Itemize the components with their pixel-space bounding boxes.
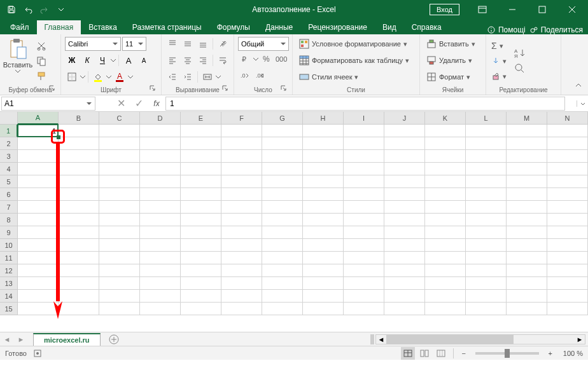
close-icon[interactable] bbox=[557, 0, 587, 19]
currency-icon[interactable]: ₽ bbox=[238, 52, 252, 66]
row-header[interactable]: 8 bbox=[0, 214, 18, 226]
cell[interactable] bbox=[303, 163, 344, 175]
cell[interactable] bbox=[425, 201, 466, 214]
cell[interactable] bbox=[99, 137, 140, 150]
row-header[interactable]: 14 bbox=[0, 290, 18, 303]
cell[interactable] bbox=[221, 226, 262, 239]
column-header[interactable]: B bbox=[59, 112, 99, 125]
row-header[interactable]: 3 bbox=[0, 150, 18, 163]
cell[interactable] bbox=[547, 252, 588, 264]
cell[interactable] bbox=[425, 150, 466, 163]
cell[interactable] bbox=[18, 290, 59, 303]
name-box[interactable]: A1 bbox=[1, 97, 95, 111]
tell-me-button[interactable]: Помощі bbox=[487, 25, 526, 34]
clipboard-dialog-launcher[interactable] bbox=[49, 85, 57, 93]
cell[interactable] bbox=[425, 214, 466, 226]
cell[interactable] bbox=[466, 201, 507, 214]
cell[interactable] bbox=[18, 277, 59, 290]
cell[interactable] bbox=[181, 201, 221, 214]
cell[interactable] bbox=[507, 175, 547, 188]
cell[interactable] bbox=[344, 303, 384, 315]
cell[interactable] bbox=[181, 264, 221, 277]
tab-help[interactable]: Справка bbox=[404, 20, 449, 34]
cell[interactable] bbox=[425, 175, 466, 188]
cell[interactable] bbox=[547, 226, 588, 239]
cell[interactable] bbox=[140, 290, 181, 303]
maximize-icon[interactable] bbox=[528, 0, 557, 19]
cell[interactable] bbox=[466, 137, 507, 150]
cell[interactable] bbox=[303, 226, 344, 239]
macro-record-icon[interactable] bbox=[33, 349, 42, 358]
cell[interactable] bbox=[99, 150, 140, 163]
format-as-table-button[interactable]: Форматировать как таблицу▾ bbox=[297, 53, 416, 67]
cell[interactable] bbox=[181, 214, 221, 226]
row-header[interactable]: 15 bbox=[0, 303, 18, 315]
bold-button[interactable]: Ж bbox=[65, 53, 79, 67]
cell[interactable] bbox=[18, 239, 59, 252]
cell[interactable] bbox=[384, 239, 425, 252]
cell[interactable] bbox=[181, 226, 221, 239]
cell[interactable] bbox=[344, 239, 384, 252]
cell[interactable] bbox=[466, 264, 507, 277]
cell[interactable] bbox=[507, 226, 547, 239]
cell[interactable] bbox=[425, 137, 466, 150]
cell[interactable] bbox=[303, 252, 344, 264]
cell[interactable] bbox=[221, 252, 262, 264]
increase-font-icon[interactable]: A bbox=[122, 53, 136, 67]
row-header[interactable]: 13 bbox=[0, 277, 18, 290]
insert-function-icon[interactable]: fx bbox=[148, 97, 165, 111]
fill-button[interactable]: ▾ bbox=[490, 54, 508, 68]
cell[interactable] bbox=[99, 290, 140, 303]
cell[interactable] bbox=[221, 303, 262, 315]
cell[interactable] bbox=[221, 175, 262, 188]
cell[interactable] bbox=[466, 252, 507, 264]
cell[interactable] bbox=[221, 125, 262, 137]
cell[interactable] bbox=[18, 188, 59, 201]
column-header[interactable]: A bbox=[18, 112, 59, 125]
cell[interactable] bbox=[18, 226, 59, 239]
cell[interactable] bbox=[303, 137, 344, 150]
cell[interactable] bbox=[99, 214, 140, 226]
cell[interactable] bbox=[140, 201, 181, 214]
cell[interactable] bbox=[547, 303, 588, 315]
cell[interactable] bbox=[466, 277, 507, 290]
cell[interactable] bbox=[547, 125, 588, 137]
cell[interactable] bbox=[99, 201, 140, 214]
row-header[interactable]: 9 bbox=[0, 226, 18, 239]
cell[interactable] bbox=[384, 188, 425, 201]
column-header[interactable]: L bbox=[466, 112, 507, 125]
borders-icon[interactable] bbox=[65, 70, 79, 84]
tab-formulas[interactable]: Формулы bbox=[209, 20, 258, 34]
enter-formula-icon[interactable]: ✓ bbox=[130, 97, 148, 111]
paste-button[interactable]: Вставить bbox=[4, 37, 32, 85]
cell[interactable] bbox=[303, 277, 344, 290]
qat-customize-icon[interactable] bbox=[53, 2, 69, 17]
cell[interactable] bbox=[303, 303, 344, 315]
cell[interactable] bbox=[18, 252, 59, 264]
tab-home[interactable]: Главная bbox=[37, 20, 81, 34]
row-header[interactable]: 6 bbox=[0, 188, 18, 201]
cell[interactable] bbox=[547, 150, 588, 163]
cell[interactable] bbox=[221, 188, 262, 201]
cell[interactable] bbox=[99, 125, 140, 137]
cell[interactable] bbox=[425, 303, 466, 315]
signin-button[interactable]: Вход bbox=[430, 4, 459, 15]
zoom-thumb[interactable] bbox=[505, 349, 510, 358]
cell[interactable] bbox=[59, 214, 99, 226]
cell[interactable] bbox=[344, 214, 384, 226]
cell[interactable] bbox=[425, 277, 466, 290]
cell[interactable] bbox=[99, 163, 140, 175]
cell[interactable] bbox=[547, 175, 588, 188]
cell[interactable] bbox=[140, 252, 181, 264]
ribbon-display-options-icon[interactable] bbox=[468, 0, 497, 19]
cell[interactable] bbox=[344, 150, 384, 163]
cell[interactable] bbox=[507, 125, 547, 137]
cell[interactable] bbox=[59, 188, 99, 201]
row-header[interactable]: 12 bbox=[0, 264, 18, 277]
cell[interactable] bbox=[59, 150, 99, 163]
cells[interactable]: 1 bbox=[18, 125, 588, 315]
sheet-nav-prev-icon[interactable]: ◄ bbox=[1, 334, 13, 345]
sort-filter-icon[interactable]: АЯ bbox=[510, 46, 529, 60]
row-header[interactable]: 2 bbox=[0, 137, 18, 150]
zoom-in-button[interactable]: + bbox=[545, 350, 556, 357]
